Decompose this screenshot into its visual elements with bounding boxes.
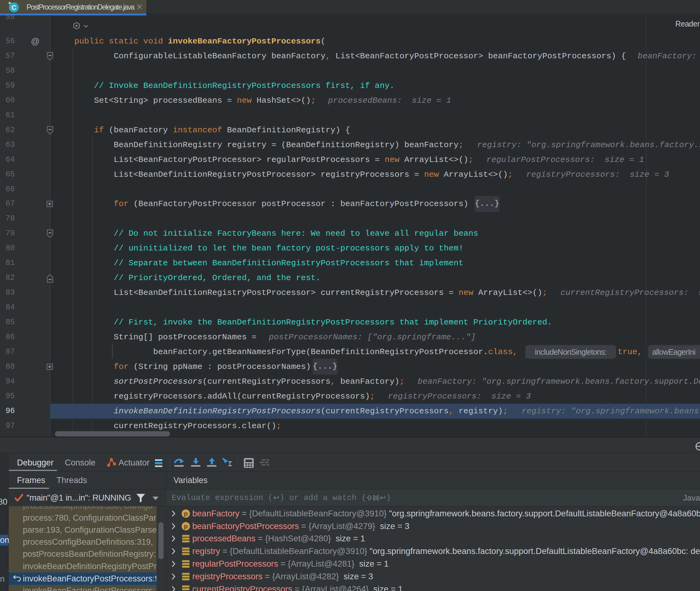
svg-text:p: p (184, 523, 188, 530)
svg-text:p: p (184, 510, 188, 517)
svg-text:C: C (11, 4, 16, 11)
